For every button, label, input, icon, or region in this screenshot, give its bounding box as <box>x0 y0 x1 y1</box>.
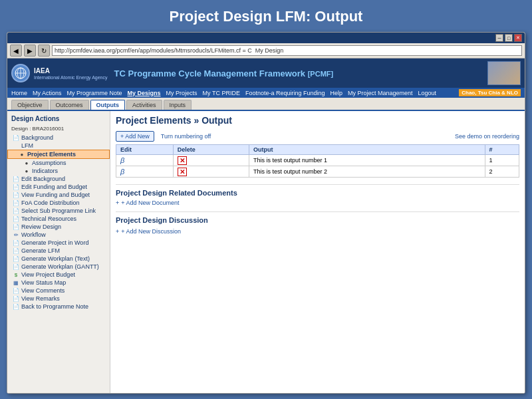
back-button[interactable]: ◀ <box>10 45 22 57</box>
output-num-1: 1 <box>485 155 519 166</box>
edit-cell-2: β <box>116 166 174 178</box>
page-title: Project Elements » Output <box>116 115 519 126</box>
sidebar-item-technical[interactable]: 📄 Technical Resources <box>7 215 110 223</box>
main-panel: Project Elements » Output + Add New Turn… <box>110 111 525 393</box>
address-bar[interactable] <box>52 45 522 56</box>
iaea-title-text: TC Programme Cycle Management Framework <box>114 68 306 78</box>
sidebar-item-lfm[interactable]: LFM <box>7 142 110 150</box>
iaea-header: IAEA International Atomic Energy Agency … <box>7 59 525 88</box>
sidebar-item-comments[interactable]: 📄 View Comments <box>7 287 110 295</box>
sidebar-label-indicators: Indicators <box>32 168 58 174</box>
sidebar-item-foa-code[interactable]: 📄 FoA Code Distribution <box>7 199 110 207</box>
nav-programme-note[interactable]: My Programme Note <box>67 90 122 96</box>
doc-icon-2: 📄 <box>13 176 19 182</box>
sidebar-item-background[interactable]: 📄 Background <box>7 134 110 142</box>
maximize-button[interactable]: □ <box>505 34 513 42</box>
delete-cell-1: ✕ <box>173 155 249 166</box>
add-new-button[interactable]: + Add New <box>116 131 154 142</box>
bullet-icon-3: ● <box>23 168 30 174</box>
related-docs-title: Project Design Related Documents <box>116 184 519 197</box>
nav-tc-pride[interactable]: My TC PRIDE <box>203 90 240 96</box>
add-discussion-link[interactable]: + + Add New Discussion <box>116 228 519 235</box>
iaea-subtext: International Atomic Energy Agency <box>34 75 108 80</box>
related-docs: + + Add New Document <box>116 200 519 206</box>
doc-icon-7: 📄 <box>13 215 19 222</box>
add-document-link[interactable]: + + Add New Document <box>116 200 519 206</box>
doc-icon-4: 📄 <box>13 192 19 198</box>
delete-icon-1[interactable]: ✕ <box>178 156 187 165</box>
doc-icon-12: 📄 <box>13 263 19 270</box>
tab-activities[interactable]: Activities <box>126 100 162 110</box>
browser-titlebar: ─ □ ✕ <box>7 33 525 43</box>
discussion-title: Project Design Discussion <box>116 211 519 224</box>
window-controls: ─ □ ✕ <box>495 34 522 42</box>
sidebar-item-view-budget[interactable]: $ View Project Budget <box>7 271 110 279</box>
chart-icon: ▦ <box>13 279 19 286</box>
nav-my-actions[interactable]: My Actions <box>33 90 62 96</box>
sidebar-item-sub-programme[interactable]: 📄 Select Sub Programme Link <box>7 207 110 215</box>
table-row: β ✕ This is test output number 1 1 <box>116 155 519 166</box>
tab-inputs[interactable]: Inputs <box>164 100 192 110</box>
numbering-link[interactable]: Turn numbering off <box>161 133 211 140</box>
nav-project-mgmt[interactable]: My Project Management <box>348 90 413 96</box>
forward-button[interactable]: ▶ <box>24 45 36 57</box>
doc-icon-6: 📄 <box>13 207 19 214</box>
plus-icon-doc: + <box>116 200 119 206</box>
sidebar-label-subprog: Select Sub Programme Link <box>21 207 96 214</box>
add-document-label[interactable]: + Add New Document <box>121 200 179 206</box>
minimize-button[interactable]: ─ <box>495 34 503 42</box>
sidebar-item-generate-word[interactable]: 📄 Generate Project in Word <box>7 239 110 247</box>
sidebar-item-generate-workplan-gantt[interactable]: 📄 Generate Workplan (GANTT) <box>7 263 110 271</box>
doc-icon-9: 📄 <box>13 239 19 246</box>
sidebar-label-review: Review Design <box>21 223 61 230</box>
sidebar-item-workflow[interactable]: ✏ Workflow <box>7 231 110 239</box>
sidebar-item-generate-workplan-text[interactable]: 📄 Generate Workplan (Text) <box>7 255 110 263</box>
delete-cell-2: ✕ <box>173 166 249 178</box>
add-discussion-label[interactable]: + Add New Discussion <box>121 228 181 235</box>
sidebar-item-project-elements[interactable]: ● Project Elements <box>7 150 110 159</box>
sidebar-item-indicators[interactable]: ● Indicators <box>7 167 110 175</box>
sidebar-item-view-funding[interactable]: 📄 View Funding and Budget <box>7 191 110 199</box>
doc-icon-10: 📄 <box>13 247 19 254</box>
pencil-icon: ✏ <box>13 231 19 238</box>
col-delete: Delete <box>173 145 249 155</box>
sidebar-item-generate-lfm[interactable]: 📄 Generate LFM <box>7 247 110 255</box>
sidebar-item-remarks[interactable]: 📄 View Remarks <box>7 295 110 303</box>
nav-help[interactable]: Help <box>331 90 343 96</box>
nav-bar: Home My Actions My Programme Note My Des… <box>7 88 525 98</box>
nav-my-designs[interactable]: My Designs <box>128 90 161 96</box>
sidebar-label-edit-bg: Edit Background <box>21 176 65 182</box>
user-badge: Chao, Tsu Chia & NLO <box>459 89 521 96</box>
sidebar-item-edit-background[interactable]: 📄 Edit Background <box>7 175 110 183</box>
tab-objective[interactable]: Objective <box>11 100 49 110</box>
demo-link[interactable]: See demo on reordering <box>455 133 519 140</box>
iaea-title-badge: [PCMF] <box>308 70 334 78</box>
sidebar-item-assumptions[interactable]: ● Assumptions <box>7 159 110 167</box>
sidebar-label-technical: Technical Resources <box>21 215 76 222</box>
sidebar-label-gen-lfm: Generate LFM <box>21 247 60 254</box>
nav-my-projects[interactable]: My Projects <box>166 90 198 96</box>
sidebar-item-status-map[interactable]: ▦ View Status Map <box>7 279 110 287</box>
tab-outputs[interactable]: Outputs <box>90 100 126 110</box>
edit-icon-1[interactable]: β <box>120 156 124 164</box>
nav-footnote[interactable]: Footnote-a Requiring Funding <box>245 90 325 96</box>
output-num-2: 2 <box>485 166 519 178</box>
sidebar-label-project-elements: Project Elements <box>27 151 76 158</box>
delete-icon-2[interactable]: ✕ <box>178 168 187 176</box>
table-row: β ✕ This is test output number 2 2 <box>116 166 519 178</box>
sidebar-item-review[interactable]: 📄 Review Design <box>7 223 110 231</box>
tab-outcomes[interactable]: Outcomes <box>50 100 89 110</box>
content-area: Design Actions Design : BRA2016001 📄 Bac… <box>7 111 525 393</box>
slide-title: Project Design LFM: Output <box>0 0 532 32</box>
nav-logout[interactable]: Logout <box>418 90 437 96</box>
sidebar-item-edit-funding[interactable]: 📄 Edit Funding and Budget <box>7 183 110 191</box>
refresh-button[interactable]: ↻ <box>38 45 50 57</box>
edit-icon-2[interactable]: β <box>120 168 124 176</box>
close-button[interactable]: ✕ <box>514 34 522 42</box>
lfm-icon <box>13 142 19 149</box>
sidebar-label-background: Background <box>21 134 53 141</box>
sidebar-label-edit-funding: Edit Funding and Budget <box>21 184 87 190</box>
sidebar-item-back-programme[interactable]: 📄 Back to Programme Note <box>7 303 110 311</box>
nav-home[interactable]: Home <box>11 90 27 96</box>
iaea-title: TC Programme Cycle Management Framework … <box>114 68 334 78</box>
